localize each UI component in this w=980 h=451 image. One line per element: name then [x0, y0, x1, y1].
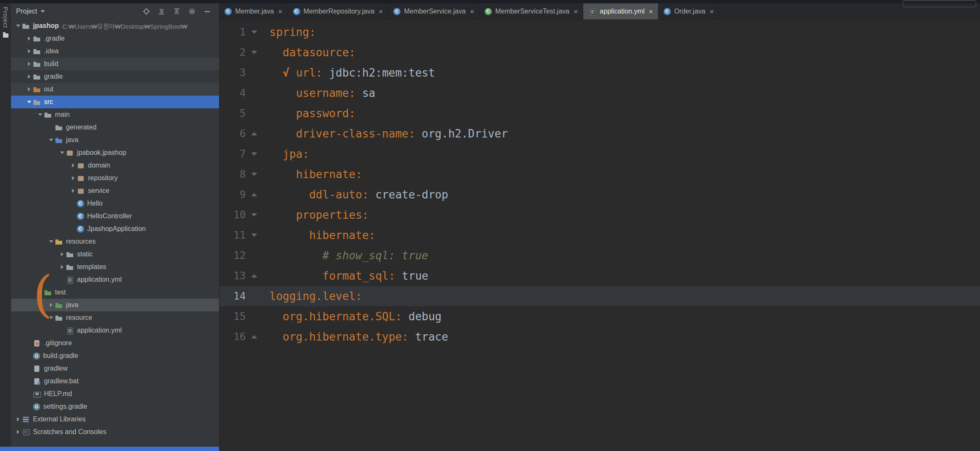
tree-item-build[interactable]: build	[11, 58, 219, 70]
tree-item-domain[interactable]: domain	[11, 159, 219, 172]
tree-item-resource[interactable]: resource	[11, 311, 219, 324]
tab-order-java[interactable]: COrder.java×	[659, 3, 719, 19]
tree-item-templates[interactable]: templates	[11, 261, 219, 273]
fold-open-icon[interactable]	[246, 144, 263, 164]
code-line-13[interactable]: 13 format_sql: true	[220, 266, 980, 286]
tree-item-gradle[interactable]: gradle	[11, 70, 219, 83]
tab-application-yml[interactable]: application.yml×	[583, 3, 659, 19]
chevron-down-icon[interactable]	[36, 113, 44, 116]
chevron-right-icon[interactable]	[69, 163, 77, 168]
close-icon[interactable]: ×	[379, 8, 383, 15]
code-line-7[interactable]: 7 jpa:	[220, 144, 980, 164]
tree-item-main[interactable]: main	[11, 108, 219, 121]
tree-item-resources[interactable]: resources	[11, 235, 219, 248]
tree-item-gradlew[interactable]: gradlew	[11, 362, 219, 375]
chevron-down-icon[interactable]	[36, 291, 44, 294]
code-line-15[interactable]: 15 org.hibernate.SQL: debug	[220, 306, 980, 327]
tree-item-settings-gradle[interactable]: Gsettings.gradle	[11, 400, 219, 413]
tree-item-java[interactable]: java	[11, 134, 219, 146]
code-line-6[interactable]: 6 driver-class-name: org.h2.Driver	[220, 124, 980, 144]
tree-item-out[interactable]: out	[11, 83, 219, 96]
tree-item-help-md[interactable]: MHELP.md	[11, 388, 219, 400]
tab-member-java[interactable]: CMember.java×	[220, 3, 288, 19]
project-tool-window-button[interactable]: Project	[2, 7, 9, 38]
tree-item-build-gradle[interactable]: Gbuild.gradle	[11, 349, 219, 362]
collapse-all-icon[interactable]	[157, 7, 166, 16]
tab-memberservicetest-java[interactable]: CMemberServiceTest.java×	[480, 3, 583, 19]
close-icon[interactable]: ×	[470, 8, 474, 15]
chevron-right-icon[interactable]	[25, 87, 33, 91]
chevron-right-icon[interactable]	[25, 62, 33, 66]
tree-item-generated[interactable]: generated	[11, 121, 219, 134]
tree-item-application-yml[interactable]: application.yml	[11, 324, 219, 337]
tree-item-java[interactable]: java	[11, 299, 219, 311]
chevron-down-icon[interactable]	[47, 139, 55, 141]
tree-item-scratches-and-consoles[interactable]: Scratches and Consoles	[11, 426, 219, 438]
tree-item-idea[interactable]: .idea	[11, 45, 219, 58]
fold-open-icon[interactable]	[246, 42, 263, 63]
titlebar-widget-outline[interactable]	[903, 0, 976, 7]
chevron-right-icon[interactable]	[69, 189, 77, 193]
tab-memberservice-java[interactable]: CMemberService.java×	[388, 3, 480, 19]
chevron-right-icon[interactable]	[58, 265, 66, 269]
code-line-8[interactable]: 8 hibernate:	[220, 164, 980, 184]
tree-item-hello[interactable]: CHello	[11, 197, 219, 210]
code-line-5[interactable]: 5 password:	[220, 103, 980, 124]
chevron-right-icon[interactable]	[58, 252, 66, 256]
fold-open-icon[interactable]	[246, 22, 263, 42]
tree-item-service[interactable]: service	[11, 184, 219, 197]
close-icon[interactable]: ×	[710, 8, 714, 15]
fold-close-icon[interactable]	[246, 184, 263, 205]
tree-item-test[interactable]: test	[11, 286, 219, 299]
close-icon[interactable]: ×	[649, 8, 653, 15]
tree-item-external-libraries[interactable]: External Libraries	[11, 413, 219, 426]
close-icon[interactable]: ×	[278, 8, 283, 15]
chevron-down-icon[interactable]	[58, 151, 66, 154]
tree-item-gitignore[interactable]: .gitignore	[11, 337, 219, 349]
chevron-right-icon[interactable]	[47, 303, 55, 307]
tree-item-gradlew-bat[interactable]: gradlew.bat	[11, 375, 219, 388]
tree-item-jpashop[interactable]: jpashopC:₩Users₩유정이₩Desktop₩SpringBoot₩	[11, 19, 219, 32]
fold-open-icon[interactable]	[246, 164, 263, 184]
chevron-right-icon[interactable]	[14, 430, 22, 434]
chevron-down-icon[interactable]	[14, 25, 22, 27]
chevron-right-icon[interactable]	[25, 74, 33, 79]
chevron-down-icon[interactable]	[47, 316, 55, 319]
code-line-3[interactable]: 3 √ url: jdbc:h2:mem:test	[220, 63, 980, 83]
tree-item-application-yml[interactable]: application.yml	[11, 273, 219, 286]
code-line-16[interactable]: 16 org.hibernate.type: trace	[220, 327, 980, 347]
code-line-4[interactable]: 4 username: sa	[220, 83, 980, 103]
chevron-down-icon[interactable]	[47, 240, 55, 243]
select-opened-file-icon[interactable]	[142, 7, 151, 16]
tab-memberrepository-java[interactable]: CMemberRepository.java×	[288, 3, 389, 19]
expand-all-icon[interactable]	[173, 7, 181, 16]
code-line-2[interactable]: 2 datasource:	[220, 42, 980, 63]
fold-open-icon[interactable]	[246, 205, 263, 225]
tree-item-jpabook-jpashop[interactable]: jpabook.jpashop	[11, 146, 219, 159]
code-line-12[interactable]: 12 # show_sql: true	[220, 245, 980, 266]
tree-item-jpashopapplication[interactable]: CJpashopApplication	[11, 223, 219, 235]
fold-open-icon[interactable]	[246, 225, 263, 245]
tree-item-gradle[interactable]: .gradle	[11, 32, 219, 45]
fold-close-icon[interactable]	[246, 327, 263, 347]
hide-icon[interactable]	[203, 7, 211, 16]
tree-item-repository[interactable]: repository	[11, 172, 219, 184]
close-icon[interactable]: ×	[574, 8, 578, 15]
tree-item-src[interactable]: src	[11, 96, 219, 108]
chevron-right-icon[interactable]	[69, 176, 77, 180]
chevron-right-icon[interactable]	[14, 417, 22, 421]
editor-area[interactable]: 1spring:2 datasource:3 √ url: jdbc:h2:me…	[220, 20, 980, 451]
fold-close-icon[interactable]	[246, 266, 263, 286]
tree-item-hellocontroller[interactable]: CHelloController	[11, 210, 219, 223]
code-line-9[interactable]: 9 ddl-auto: create-drop	[220, 184, 980, 205]
fold-close-icon[interactable]	[246, 124, 263, 144]
project-view-selector[interactable]: Project	[16, 8, 45, 15]
chevron-down-icon[interactable]	[25, 101, 33, 103]
chevron-right-icon[interactable]	[25, 36, 33, 41]
settings-icon[interactable]	[188, 7, 196, 16]
code-line-14[interactable]: 14logging.level:	[220, 286, 980, 306]
tree-item-static[interactable]: static	[11, 248, 219, 261]
chevron-right-icon[interactable]	[25, 49, 33, 53]
code-line-1[interactable]: 1spring:	[220, 22, 980, 42]
code-line-11[interactable]: 11 hibernate:	[220, 225, 980, 245]
